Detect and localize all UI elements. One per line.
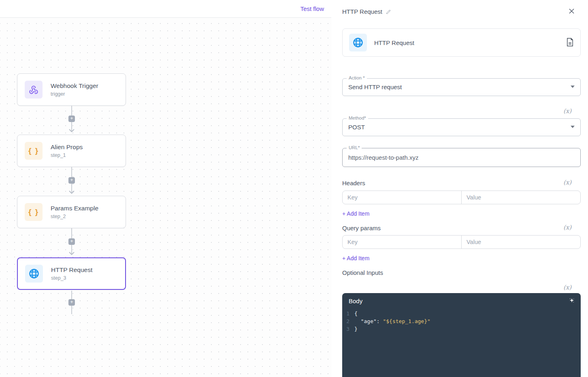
piece-info-card: HTTP Request	[342, 28, 581, 57]
url-label: URL*	[347, 145, 362, 150]
arrow-down-icon	[69, 252, 75, 255]
flow-node-params-example[interactable]: { } Params Example step_2	[17, 196, 126, 228]
headers-key-value-row	[342, 191, 581, 204]
connector: +	[68, 106, 75, 132]
method-select[interactable]: Method* POST	[342, 118, 581, 136]
headers-add-item-button[interactable]: + Add Item	[342, 210, 369, 217]
node-title: Webhook Trigger	[51, 82, 98, 90]
arrow-down-icon	[69, 191, 75, 194]
query-params-label: Query params	[342, 225, 381, 231]
add-step-button[interactable]: +	[68, 238, 75, 245]
connector: +	[68, 228, 75, 255]
node-title: HTTP Request	[51, 266, 92, 274]
test-flow-button[interactable]: Test flow	[300, 5, 324, 12]
code-line: 1 {	[342, 310, 581, 317]
dynamic-value-toggle-headers[interactable]: (x)	[563, 179, 571, 186]
flow-canvas[interactable]: Webhook Trigger trigger + { } Alien Prop…	[0, 18, 331, 377]
query-params-add-item-button[interactable]: + Add Item	[342, 255, 369, 261]
flow-node-http-request[interactable]: HTTP Request step_3	[17, 257, 126, 290]
connector: +	[68, 167, 75, 193]
url-field[interactable]: URL*	[342, 148, 581, 167]
add-step-button[interactable]: +	[68, 299, 75, 306]
code-line: 3 }	[342, 325, 581, 333]
code-text: "age":	[354, 317, 383, 325]
add-step-button[interactable]: +	[68, 116, 75, 122]
action-value: Send HTTP request	[343, 79, 580, 96]
arrow-down-icon	[69, 129, 75, 132]
line-number: 1	[342, 310, 354, 317]
line-number: 3	[342, 325, 354, 333]
node-title: Params Example	[51, 205, 98, 212]
query-params-key-input[interactable]	[343, 236, 461, 248]
ai-sparkle-icon[interactable]	[569, 297, 575, 305]
piece-name: HTTP Request	[374, 39, 559, 46]
code-template-value: "${step_1.age}"	[383, 317, 430, 325]
node-subtitle: step_1	[51, 152, 83, 158]
body-editor-header: Body	[342, 293, 581, 307]
docs-button[interactable]	[566, 38, 574, 48]
code-text: {	[354, 310, 358, 317]
node-title: Alien Props	[51, 144, 83, 151]
node-subtitle: step_3	[51, 275, 92, 281]
action-select[interactable]: Action * Send HTTP request	[342, 78, 581, 96]
dynamic-value-toggle-query-params[interactable]: (x)	[563, 224, 571, 231]
line-number: 2	[342, 317, 354, 325]
add-step-button[interactable]: +	[68, 177, 75, 184]
edit-pencil-icon[interactable]	[386, 9, 391, 15]
code-line: 2 "age": "${step_1.age}"	[342, 317, 581, 325]
code-text: }	[354, 325, 358, 333]
body-code-content[interactable]: 1 { 2 "age": "${step_1.age}" 3 }	[342, 307, 581, 333]
dynamic-value-toggle-method[interactable]: (x)	[563, 107, 571, 115]
node-subtitle: trigger	[51, 91, 98, 97]
dynamic-value-toggle-body[interactable]: (x)	[563, 284, 571, 291]
flow-node-alien-props[interactable]: { } Alien Props step_1	[17, 135, 126, 167]
chevron-down-icon	[571, 86, 575, 88]
body-label: Body	[349, 298, 569, 304]
headers-value-input[interactable]	[462, 191, 580, 204]
chevron-down-icon	[571, 126, 575, 128]
flow-builder-app: Test flow Webhook Trigger trigger +	[0, 0, 588, 377]
braces-icon: { }	[25, 203, 43, 221]
method-value: POST	[343, 119, 580, 136]
method-label: Method*	[347, 116, 368, 120]
document-icon	[566, 38, 574, 47]
optional-inputs-label: Optional Inputs	[342, 269, 383, 276]
action-label: Action *	[347, 75, 367, 80]
canvas-topbar: Test flow	[0, 0, 331, 18]
panel-title: HTTP Request	[342, 8, 382, 15]
node-subtitle: step_2	[51, 214, 98, 219]
body-code-editor[interactable]: Body 1 { 2 "age": "${step_1.age}"	[342, 293, 581, 377]
close-icon[interactable]	[569, 9, 574, 15]
globe-icon	[25, 265, 43, 283]
webhook-icon	[25, 81, 43, 99]
globe-icon	[349, 34, 367, 51]
connector: +	[68, 291, 75, 314]
headers-key-input[interactable]	[343, 191, 461, 204]
headers-label: Headers	[342, 180, 365, 186]
query-params-key-value-row	[342, 235, 581, 249]
step-settings-panel: HTTP Request HTTP Request Action * Send …	[332, 0, 588, 377]
url-input[interactable]	[343, 148, 580, 167]
panel-header: HTTP Request	[342, 8, 391, 15]
query-params-value-input[interactable]	[462, 236, 580, 248]
flow-node-webhook-trigger[interactable]: Webhook Trigger trigger	[17, 73, 126, 106]
braces-icon: { }	[25, 142, 43, 160]
